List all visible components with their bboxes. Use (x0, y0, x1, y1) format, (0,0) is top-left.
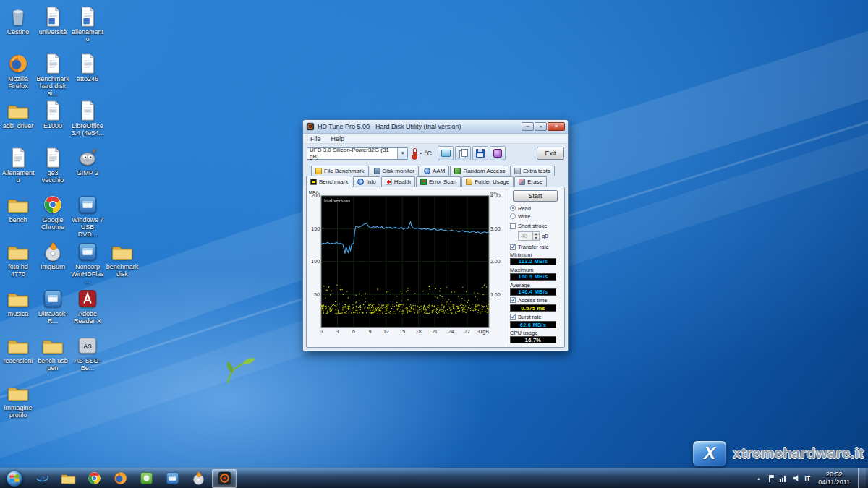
desktop-icon[interactable]: bench (1, 194, 35, 223)
volume-icon[interactable] (793, 475, 799, 482)
close-button[interactable] (548, 122, 565, 131)
taskbar-item-messenger[interactable] (134, 469, 158, 488)
svg-text:2.00: 2.00 (490, 259, 501, 264)
desktop-icon[interactable]: Windows 7 USB DVD... (71, 194, 104, 238)
desktop-icon-label: Allenamento (1, 169, 35, 184)
taskbar-item-mozilla-firefox[interactable] (108, 469, 132, 488)
desktop-icon[interactable]: GIMP 2 (71, 147, 104, 176)
desktop-icon-label: adb_driver (1, 122, 35, 129)
transfer-rate-checkbox[interactable] (510, 244, 516, 250)
taskbar-item-windows-explorer[interactable] (56, 469, 80, 488)
desktop-icon[interactable]: atto246 (71, 53, 104, 82)
transfer-rate-option[interactable]: Transfer rate (510, 244, 561, 251)
desktop-icon[interactable]: Mozilla Firefox (1, 53, 35, 90)
desktop-icon[interactable]: Allenamento (1, 147, 35, 184)
access-time-checkbox[interactable] (510, 297, 516, 303)
clock[interactable]: 20:52 04/11/2011 (815, 471, 853, 487)
short-stroke-option[interactable]: Short stroke (510, 223, 561, 230)
tab-row-1: File Benchmark Disk monitor AAM Random A… (311, 165, 565, 176)
desktop-icon[interactable]: LibreOffice 3.4 (4e54... (71, 100, 104, 137)
chevron-down-icon[interactable]: ▼ (397, 148, 407, 159)
hidden-icons-icon[interactable] (755, 475, 762, 482)
minimize-button[interactable] (522, 122, 534, 131)
desktop-icon[interactable]: Noncorp WinHDFlas... (71, 241, 104, 285)
tab-file-benchmark[interactable]: File Benchmark (311, 166, 369, 176)
desktop-icon[interactable]: E1000 (36, 100, 69, 129)
watermark-logo-letter: X (704, 443, 715, 463)
tab-random-access[interactable]: Random Access (450, 166, 509, 176)
desktop-icon[interactable]: Benchmark hard disk si... (36, 53, 69, 97)
desktop-icon[interactable]: recensioni (1, 335, 35, 364)
menu-item-file[interactable]: File (305, 135, 326, 142)
short-stroke-value: 40 (521, 233, 527, 239)
taskbar-item-google-chrome[interactable] (82, 469, 106, 488)
tab-error-scan[interactable]: Error Scan (416, 176, 461, 187)
tab-info[interactable]: Info (353, 176, 380, 187)
menu-item-help[interactable]: Help (326, 135, 350, 142)
tab-benchmark[interactable]: Benchmark (306, 176, 352, 187)
access-time-option[interactable]: Access time (510, 297, 561, 304)
short-stroke-size-input[interactable]: 40 (518, 231, 540, 241)
burst-rate-option[interactable]: Burst rate (510, 313, 561, 320)
average-value: 146.4 MB/s (510, 288, 556, 296)
write-radio[interactable] (510, 213, 516, 219)
desktop-icon[interactable]: AS-SSD-Be... (71, 335, 104, 372)
desktop-icon-label: Windows 7 USB DVD... (71, 216, 104, 238)
exit-button[interactable]: Exit (537, 147, 564, 160)
desktop-icon[interactable]: UltraJack-R... (36, 288, 69, 325)
desktop-icon[interactable]: ImgBurn (36, 241, 69, 270)
network-icon[interactable] (780, 475, 788, 482)
tab-extra-tests[interactable]: Extra tests (510, 166, 555, 176)
show-desktop-button[interactable] (858, 468, 866, 488)
folder-icon (7, 194, 29, 215)
tab-disk-monitor[interactable]: Disk monitor (370, 166, 419, 176)
read-radio[interactable] (510, 205, 516, 211)
tab-erase[interactable]: Erase (514, 176, 547, 187)
taskbar-item-internet-explorer[interactable] (30, 469, 54, 488)
write-option[interactable]: Write (510, 213, 561, 220)
desktop-icon[interactable]: Cestino (1, 6, 35, 35)
desktop-icon[interactable]: Google Chrome (36, 194, 69, 231)
copy-button[interactable] (455, 146, 471, 160)
svg-text:4.00: 4.00 (490, 193, 501, 198)
tab-folder-usage[interactable]: Folder Usage (461, 176, 514, 187)
tab-aam[interactable]: AAM (420, 166, 449, 176)
folder-icon (7, 288, 29, 309)
title-bar[interactable]: HD Tune Pro 5.00 - Hard Disk Utility (tr… (303, 120, 568, 134)
desktop-icon[interactable]: università (36, 6, 69, 35)
desktop-icon[interactable]: immagine profilo (1, 382, 35, 419)
messenger-icon (139, 471, 154, 486)
burst-rate-checkbox[interactable] (510, 314, 516, 320)
save-icon (476, 149, 485, 158)
taskbar-item-media-player[interactable] (160, 469, 184, 488)
save-button[interactable] (472, 146, 488, 160)
desktop-icon[interactable]: musica (1, 288, 35, 317)
screenshot-button[interactable] (438, 146, 454, 160)
desktop-icon[interactable]: adb_driver (1, 100, 35, 129)
start-button[interactable]: Start (513, 190, 558, 202)
media-player-icon (165, 471, 180, 486)
short-stroke-checkbox[interactable] (510, 223, 516, 229)
aam-icon (424, 168, 430, 174)
desktop-icon[interactable]: ge3 vecchio (36, 147, 69, 184)
desktop-icon[interactable]: Adobe Reader X (71, 288, 104, 325)
desktop-icon[interactable]: bench usb pen (36, 335, 69, 372)
read-option[interactable]: Read (510, 205, 561, 213)
tab-health[interactable]: Health (381, 176, 415, 187)
spin-down-icon[interactable] (533, 236, 539, 240)
start-menu-button[interactable] (4, 468, 25, 488)
system-tray: IT 20:52 04/11/2011 (755, 468, 868, 488)
language-indicator[interactable]: IT (804, 475, 810, 482)
drive-selector[interactable]: UFD 3.0 Silicon-Power32G (31 gB) ▼ (307, 147, 408, 160)
spinner-arrows[interactable] (532, 232, 539, 240)
taskbar-item-imgburn[interactable] (186, 469, 210, 488)
action-center-icon[interactable] (767, 475, 775, 482)
taskbar-item-hd-tune[interactable] (212, 469, 237, 488)
desktop-icon[interactable]: benchmark disk (106, 241, 139, 278)
options-button[interactable] (490, 146, 506, 160)
desktop-icon[interactable]: foto hd 4770 (1, 241, 35, 278)
desktop-icon[interactable]: allenamento (71, 6, 104, 43)
maximize-button[interactable] (535, 122, 547, 131)
desktop-icon-label: Google Chrome (36, 216, 69, 231)
copy-icon (459, 149, 467, 158)
